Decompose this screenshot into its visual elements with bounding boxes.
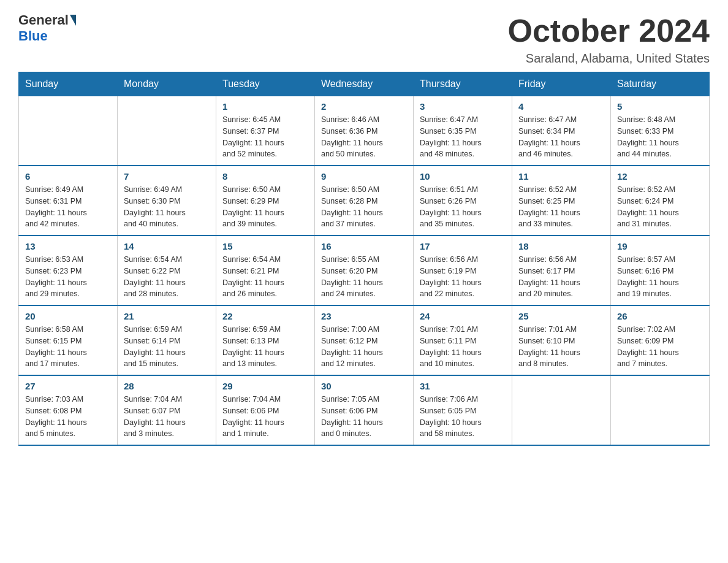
day-info: Sunrise: 7:06 AMSunset: 6:05 PMDaylight:… [420,394,506,440]
calendar-cell: 31Sunrise: 7:06 AMSunset: 6:05 PMDayligh… [414,375,512,445]
day-number: 19 [617,241,703,251]
calendar-cell: 27Sunrise: 7:03 AMSunset: 6:08 PMDayligh… [19,375,118,445]
day-info: Sunrise: 7:04 AMSunset: 6:06 PMDaylight:… [222,394,308,440]
calendar-cell: 3Sunrise: 6:47 AMSunset: 6:35 PMDaylight… [414,96,512,166]
calendar-cell: 15Sunrise: 6:54 AMSunset: 6:21 PMDayligh… [216,236,315,305]
weekday-header-thursday: Thursday [414,72,512,96]
logo-triangle-icon [70,15,76,26]
day-number: 14 [124,241,210,251]
day-info: Sunrise: 6:52 AMSunset: 6:25 PMDaylight:… [518,184,604,230]
day-number: 15 [222,241,308,251]
day-number: 26 [617,311,703,321]
day-number: 29 [222,381,308,391]
day-info: Sunrise: 6:56 AMSunset: 6:19 PMDaylight:… [420,254,506,300]
day-number: 12 [617,171,703,182]
day-info: Sunrise: 6:54 AMSunset: 6:21 PMDaylight:… [222,254,308,300]
calendar-cell: 13Sunrise: 6:53 AMSunset: 6:23 PMDayligh… [19,236,118,305]
calendar-cell: 25Sunrise: 7:01 AMSunset: 6:10 PMDayligh… [512,305,611,375]
day-number: 9 [321,171,407,182]
calendar-cell: 7Sunrise: 6:49 AMSunset: 6:30 PMDaylight… [118,166,216,236]
calendar-cell: 4Sunrise: 6:47 AMSunset: 6:34 PMDaylight… [512,96,611,166]
calendar-cell: 22Sunrise: 6:59 AMSunset: 6:13 PMDayligh… [216,305,315,375]
weekday-header-tuesday: Tuesday [216,72,315,96]
calendar-cell: 5Sunrise: 6:48 AMSunset: 6:33 PMDaylight… [611,96,710,166]
day-number: 16 [321,241,407,251]
calendar-cell: 9Sunrise: 6:50 AMSunset: 6:28 PMDaylight… [315,166,414,236]
title-section: October 2024 Saraland, Alabama, United S… [508,12,710,66]
logo-general-text: General [18,12,69,28]
day-info: Sunrise: 7:01 AMSunset: 6:11 PMDaylight:… [420,324,506,370]
calendar-cell: 17Sunrise: 6:56 AMSunset: 6:19 PMDayligh… [414,236,512,305]
day-info: Sunrise: 6:49 AMSunset: 6:31 PMDaylight:… [25,184,111,230]
calendar-cell: 6Sunrise: 6:49 AMSunset: 6:31 PMDaylight… [19,166,118,236]
day-number: 17 [420,241,506,251]
logo: General Blue [18,12,77,44]
day-number: 23 [321,311,407,321]
day-number: 7 [124,171,210,182]
calendar-cell: 28Sunrise: 7:04 AMSunset: 6:07 PMDayligh… [118,375,216,445]
day-info: Sunrise: 6:52 AMSunset: 6:24 PMDaylight:… [617,184,703,230]
month-title: October 2024 [508,12,710,49]
day-number: 25 [518,311,604,321]
day-info: Sunrise: 7:02 AMSunset: 6:09 PMDaylight:… [617,324,703,370]
day-info: Sunrise: 7:04 AMSunset: 6:07 PMDaylight:… [124,394,210,440]
day-number: 10 [420,171,506,182]
calendar-table: SundayMondayTuesdayWednesdayThursdayFrid… [18,72,710,446]
calendar-cell: 11Sunrise: 6:52 AMSunset: 6:25 PMDayligh… [512,166,611,236]
day-number: 27 [25,381,111,391]
day-info: Sunrise: 6:45 AMSunset: 6:37 PMDaylight:… [222,114,308,160]
calendar-cell: 18Sunrise: 6:56 AMSunset: 6:17 PMDayligh… [512,236,611,305]
logo-blue-text: Blue [18,28,48,44]
day-number: 30 [321,381,407,391]
calendar-week-row: 6Sunrise: 6:49 AMSunset: 6:31 PMDaylight… [19,166,710,236]
weekday-header-saturday: Saturday [611,72,710,96]
day-info: Sunrise: 6:59 AMSunset: 6:14 PMDaylight:… [124,324,210,370]
page-header: General Blue October 2024 Saraland, Alab… [18,12,710,66]
day-number: 20 [25,311,111,321]
calendar-week-row: 1Sunrise: 6:45 AMSunset: 6:37 PMDaylight… [19,96,710,166]
day-info: Sunrise: 6:58 AMSunset: 6:15 PMDaylight:… [25,324,111,370]
calendar-week-row: 20Sunrise: 6:58 AMSunset: 6:15 PMDayligh… [19,305,710,375]
weekday-header-row: SundayMondayTuesdayWednesdayThursdayFrid… [19,72,710,96]
calendar-cell: 2Sunrise: 6:46 AMSunset: 6:36 PMDaylight… [315,96,414,166]
calendar-cell: 1Sunrise: 6:45 AMSunset: 6:37 PMDaylight… [216,96,315,166]
day-number: 31 [420,381,506,391]
calendar-cell: 21Sunrise: 6:59 AMSunset: 6:14 PMDayligh… [118,305,216,375]
calendar-cell: 16Sunrise: 6:55 AMSunset: 6:20 PMDayligh… [315,236,414,305]
day-number: 22 [222,311,308,321]
day-number: 2 [321,101,407,112]
day-number: 21 [124,311,210,321]
weekday-header-sunday: Sunday [19,72,118,96]
day-number: 8 [222,171,308,182]
calendar-cell: 23Sunrise: 7:00 AMSunset: 6:12 PMDayligh… [315,305,414,375]
calendar-cell [611,375,710,445]
day-info: Sunrise: 6:46 AMSunset: 6:36 PMDaylight:… [321,114,407,160]
calendar-cell: 10Sunrise: 6:51 AMSunset: 6:26 PMDayligh… [414,166,512,236]
weekday-header-wednesday: Wednesday [315,72,414,96]
day-info: Sunrise: 6:51 AMSunset: 6:26 PMDaylight:… [420,184,506,230]
day-number: 4 [518,101,604,112]
calendar-cell: 19Sunrise: 6:57 AMSunset: 6:16 PMDayligh… [611,236,710,305]
day-number: 11 [518,171,604,182]
day-info: Sunrise: 6:48 AMSunset: 6:33 PMDaylight:… [617,114,703,160]
calendar-cell [19,96,118,166]
day-number: 6 [25,171,111,182]
day-info: Sunrise: 6:49 AMSunset: 6:30 PMDaylight:… [124,184,210,230]
calendar-cell: 14Sunrise: 6:54 AMSunset: 6:22 PMDayligh… [118,236,216,305]
day-info: Sunrise: 6:50 AMSunset: 6:29 PMDaylight:… [222,184,308,230]
day-info: Sunrise: 6:53 AMSunset: 6:23 PMDaylight:… [25,254,111,300]
weekday-header-friday: Friday [512,72,611,96]
calendar-week-row: 13Sunrise: 6:53 AMSunset: 6:23 PMDayligh… [19,236,710,305]
calendar-cell: 20Sunrise: 6:58 AMSunset: 6:15 PMDayligh… [19,305,118,375]
day-number: 5 [617,101,703,112]
day-number: 1 [222,101,308,112]
day-number: 18 [518,241,604,251]
day-info: Sunrise: 6:59 AMSunset: 6:13 PMDaylight:… [222,324,308,370]
calendar-cell [118,96,216,166]
day-info: Sunrise: 6:47 AMSunset: 6:35 PMDaylight:… [420,114,506,160]
calendar-week-row: 27Sunrise: 7:03 AMSunset: 6:08 PMDayligh… [19,375,710,445]
day-info: Sunrise: 6:57 AMSunset: 6:16 PMDaylight:… [617,254,703,300]
day-info: Sunrise: 7:01 AMSunset: 6:10 PMDaylight:… [518,324,604,370]
day-info: Sunrise: 7:00 AMSunset: 6:12 PMDaylight:… [321,324,407,370]
day-number: 3 [420,101,506,112]
